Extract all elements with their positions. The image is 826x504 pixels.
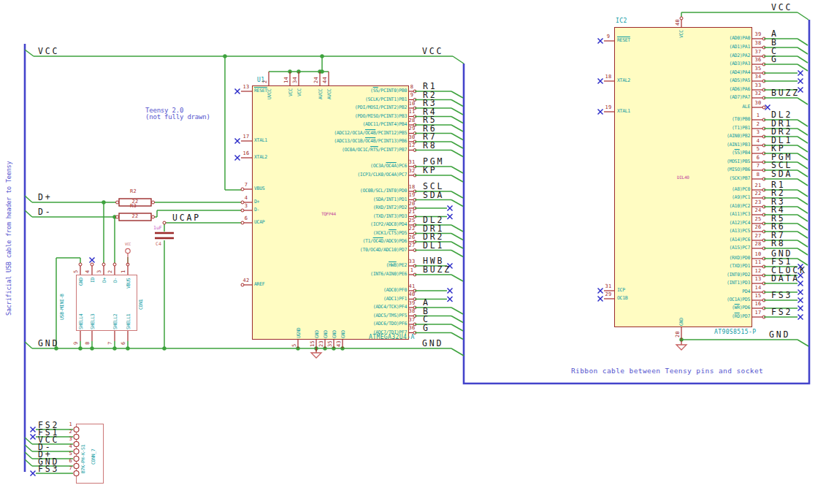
- bus-entry: [798, 224, 808, 230]
- pin-name: (ADC1)PF1: [383, 297, 407, 302]
- pin-terminal: [241, 209, 244, 212]
- wire-segment: [451, 348, 464, 356]
- pin-number: 43: [337, 340, 342, 347]
- pin-name: (A13)PC5: [729, 229, 750, 234]
- pin-terminal: [91, 263, 93, 266]
- pin-number: 27: [409, 243, 416, 248]
- ground-icon: [676, 345, 687, 350]
- pin-name: (AD0)PA0: [729, 36, 750, 41]
- pin-number: 1: [757, 113, 760, 118]
- pin-number: 42: [243, 278, 250, 283]
- ground-icon: [311, 353, 321, 358]
- component-value: 22: [132, 214, 139, 219]
- pin-number: 6: [69, 459, 72, 464]
- pin-number: 38: [409, 309, 416, 314]
- pin-number: 22: [409, 226, 416, 232]
- net-label-ucap: UCAP: [172, 213, 201, 222]
- bus-entry: [451, 234, 463, 240]
- pin-number: 25: [409, 218, 416, 224]
- pin-name: (ADC6/TDO)PF6: [373, 321, 407, 327]
- pin-name: (SS)PB4: [732, 150, 750, 156]
- pin-number: 7: [69, 466, 72, 471]
- pin-name: VCC: [679, 30, 684, 38]
- pin-number: 9: [410, 93, 413, 98]
- junction-dot: [223, 54, 226, 58]
- pin-name: UVCC: [267, 89, 272, 99]
- pin-number: 3: [69, 437, 72, 442]
- component-value: DIL40: [677, 175, 689, 180]
- pin-number: 24: [314, 77, 319, 83]
- pin-number: 12: [409, 143, 416, 148]
- note-teensy: Teensy 2.0 (not fully drawn): [145, 107, 210, 121]
- pin-number: 39: [755, 32, 762, 37]
- pin-name: D+: [102, 278, 107, 283]
- bus-entry: [451, 275, 463, 281]
- pin-number: 1: [121, 270, 126, 273]
- pin-name: (T1)PB1: [732, 126, 750, 131]
- bus-entry: [451, 134, 463, 140]
- junction-dot: [320, 69, 324, 73]
- wire-segment: [25, 210, 32, 217]
- pin-terminal: [241, 283, 244, 286]
- pin-name: XTAL1: [617, 109, 630, 114]
- pin-name: (ADC4/TCK)PF4: [373, 305, 407, 310]
- pin-number: 19: [409, 193, 416, 198]
- pin-number: 30: [409, 135, 416, 140]
- pin-name: (AD3)PA3: [729, 61, 750, 66]
- net-label-kp: KP: [423, 166, 437, 175]
- pin-name: SHELL1: [126, 314, 131, 329]
- pin-terminal: [74, 427, 79, 432]
- pin-number: 18: [409, 185, 416, 190]
- wire-layer: [0, 0, 826, 504]
- pin-number: 10: [409, 102, 416, 107]
- bus-entry: [451, 225, 463, 232]
- net-label-gnd: GND: [769, 330, 790, 339]
- pin-terminal: [74, 449, 79, 454]
- pin-name: SHELL2: [113, 314, 118, 329]
- pin-name: UCAP: [254, 220, 264, 225]
- component-value: 1uF: [153, 226, 162, 231]
- bus-entry: [25, 445, 32, 451]
- bus-entry: [451, 324, 463, 331]
- pin-name: (ICP3/CLK0/OC4A)PC7: [357, 172, 407, 177]
- bus-entry: [451, 308, 463, 314]
- pin-name: AREF: [254, 282, 264, 287]
- schematic-canvas: VCCVCCD+D-UCAPGNDGNDVCCGNDU1ATMEGA32U4-A…: [0, 0, 826, 504]
- pin-number: 17: [243, 134, 250, 140]
- pin-number: 7: [108, 342, 113, 345]
- pin-number: 2: [757, 122, 760, 127]
- pin-name: XTAL2: [617, 78, 630, 83]
- pin-number: 3: [245, 204, 248, 209]
- wire-segment: [25, 196, 32, 202]
- bus-entry: [451, 251, 463, 257]
- pin-number: 6: [121, 342, 126, 345]
- pin-name: (INT0)PD2: [727, 272, 750, 278]
- pin-name: (ADC12/OC1A/OC4B/PCINT12)PB5: [334, 131, 407, 136]
- pin-name: (SDA/INT1)PD1: [373, 197, 407, 202]
- pin-number: 23: [319, 340, 324, 347]
- pin-number: 16: [243, 151, 250, 156]
- pin-name: ICP: [617, 288, 625, 293]
- pin-name: RESET: [617, 38, 630, 43]
- pin-number: 15: [310, 340, 316, 347]
- pin-number: 35: [328, 340, 333, 347]
- bus-entry: [798, 137, 808, 143]
- pin-number: 4: [757, 139, 760, 144]
- bus-entry: [798, 47, 808, 54]
- pin-number: 21: [409, 210, 416, 215]
- pin-number: 21: [755, 183, 762, 188]
- pin-name: (SS/PCINT0)PB0: [370, 88, 407, 93]
- pin-number: 29: [605, 292, 612, 297]
- pin-name: RESET: [254, 88, 267, 93]
- bus-entry: [451, 175, 463, 182]
- pin-name: ID: [91, 278, 96, 283]
- pin-name: (A11)PC3: [729, 212, 750, 217]
- pin-number: 13: [243, 85, 250, 90]
- pin-terminal: [74, 464, 79, 469]
- bus-entry: [798, 170, 808, 177]
- pin-terminal: [102, 263, 105, 266]
- component-reference: CONN_7: [91, 449, 96, 465]
- pin-number: 27: [755, 234, 762, 239]
- pin-number: 26: [755, 225, 762, 230]
- pin-name: (RXD/INT2)PD2: [373, 205, 407, 210]
